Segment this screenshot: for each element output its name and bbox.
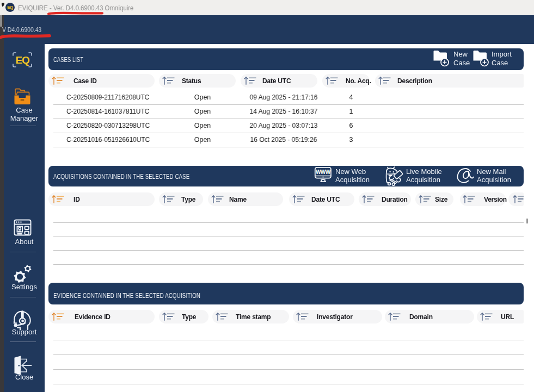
svg-text:WWW: WWW — [316, 169, 331, 175]
svg-text:EQ: EQ — [15, 54, 29, 66]
